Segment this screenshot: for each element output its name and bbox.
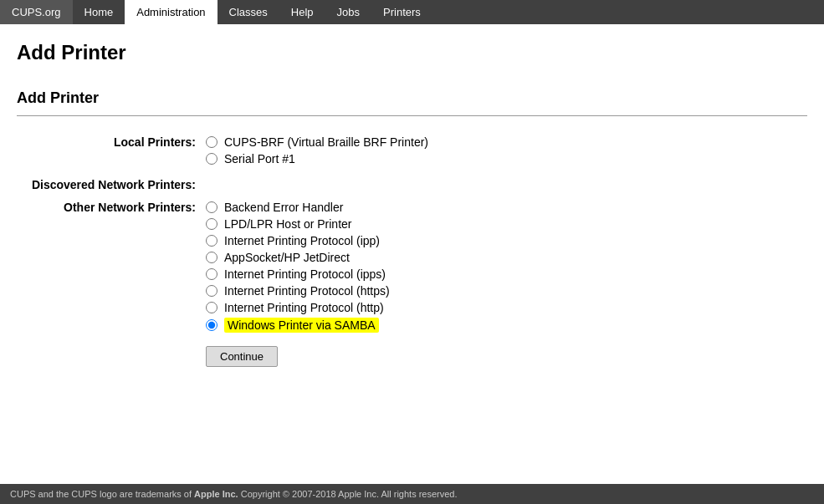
footer-text: CUPS and the CUPS logo are trademarks of: [10, 489, 194, 499]
other-printer-appsocket: AppSocket/HP JetDirect: [206, 251, 802, 264]
local-printer-serial-port: Serial Port #1: [206, 152, 802, 165]
radio-https[interactable]: [206, 285, 218, 297]
label-samba: Windows Printer via SAMBA: [224, 318, 379, 333]
add-printer-form: Local Printers: CUPS-BRF (Virtual Braill…: [17, 133, 807, 369]
discovered-printers-row: Discovered Network Printers:: [17, 171, 807, 198]
local-printers-row: Local Printers: CUPS-BRF (Virtual Braill…: [17, 133, 807, 171]
page-footer: CUPS and the CUPS logo are trademarks of…: [0, 484, 824, 504]
other-printer-ipps: Internet Printing Protocol (ipps): [206, 267, 802, 281]
label-ipps: Internet Printing Protocol (ipps): [224, 267, 386, 281]
label-https: Internet Printing Protocol (https): [224, 284, 390, 298]
radio-serial-port[interactable]: [206, 153, 218, 165]
radio-appsocket[interactable]: [206, 252, 218, 263]
other-printers-row: Other Network Printers: Backend Error Ha…: [17, 198, 807, 369]
radio-samba[interactable]: [206, 319, 218, 331]
label-backend-error: Backend Error Handler: [224, 201, 343, 214]
other-printer-backend-error: Backend Error Handler: [206, 201, 802, 214]
label-cups-brf: CUPS-BRF (Virtual Braille BRF Printer): [224, 135, 428, 149]
local-printer-cups-brf: CUPS-BRF (Virtual Braille BRF Printer): [206, 135, 802, 149]
other-printer-samba: Windows Printer via SAMBA: [206, 318, 802, 333]
nav-classes[interactable]: Classes: [218, 0, 279, 24]
discovered-printers-options: [201, 171, 807, 198]
other-printers-options: Backend Error Handler LPD/LPR Host or Pr…: [201, 198, 807, 369]
page-title: Add Printer: [17, 41, 807, 64]
other-printer-https: Internet Printing Protocol (https): [206, 284, 802, 298]
section-divider: [17, 115, 807, 116]
radio-http[interactable]: [206, 302, 218, 313]
label-ipp: Internet Printing Protocol (ipp): [224, 234, 380, 247]
radio-backend-error[interactable]: [206, 201, 218, 213]
continue-button[interactable]: Continue: [206, 346, 278, 367]
nav-administration[interactable]: Administration: [125, 0, 217, 24]
label-serial-port: Serial Port #1: [224, 152, 295, 165]
local-printers-label: Local Printers:: [17, 133, 201, 171]
other-printer-ipp: Internet Printing Protocol (ipp): [206, 234, 802, 247]
label-http: Internet Printing Protocol (http): [224, 301, 384, 314]
nav-printers[interactable]: Printers: [371, 0, 432, 24]
other-printer-lpd-lpr: LPD/LPR Host or Printer: [206, 217, 802, 231]
continue-button-container: Continue: [206, 336, 802, 367]
radio-ipp[interactable]: [206, 235, 218, 247]
footer-copyright: Copyright © 2007-2018 Apple Inc. All rig…: [238, 489, 458, 499]
nav-jobs[interactable]: Jobs: [325, 0, 371, 24]
footer-brand: Apple Inc.: [194, 489, 238, 499]
section-title: Add Printer: [17, 89, 807, 107]
nav-help[interactable]: Help: [279, 0, 325, 24]
local-printers-options: CUPS-BRF (Virtual Braille BRF Printer) S…: [201, 133, 807, 171]
label-lpd-lpr: LPD/LPR Host or Printer: [224, 217, 352, 231]
nav-cups-org[interactable]: CUPS.org: [0, 0, 73, 24]
main-nav: CUPS.org Home Administration Classes Hel…: [0, 0, 824, 24]
radio-cups-brf[interactable]: [206, 136, 218, 148]
page-content: Add Printer Add Printer Local Printers: …: [0, 24, 824, 484]
discovered-printers-label: Discovered Network Printers:: [17, 171, 201, 198]
label-appsocket: AppSocket/HP JetDirect: [224, 251, 350, 264]
other-printers-label: Other Network Printers:: [17, 198, 201, 369]
nav-home[interactable]: Home: [73, 0, 125, 24]
radio-lpd-lpr[interactable]: [206, 218, 218, 230]
other-printer-http: Internet Printing Protocol (http): [206, 301, 802, 314]
radio-ipps[interactable]: [206, 268, 218, 280]
